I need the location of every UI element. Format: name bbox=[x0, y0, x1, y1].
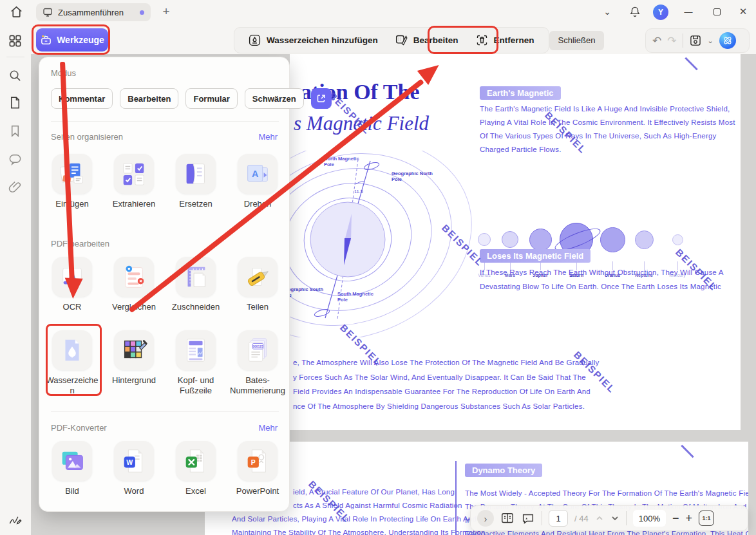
tab-label: Zusammenführen bbox=[58, 8, 135, 17]
tool-word[interactable]: W Word bbox=[103, 441, 165, 496]
tool-excel[interactable]: Excel bbox=[165, 441, 227, 496]
tab-modified-dot bbox=[140, 10, 144, 15]
svg-text:000123: 000123 bbox=[252, 344, 263, 348]
column-divider bbox=[455, 461, 457, 535]
tool-teilen[interactable]: Teilen bbox=[227, 257, 288, 312]
doc-text-line: y Forces Such As The Solar Wind, And Eve… bbox=[293, 373, 586, 381]
planet-circle bbox=[478, 233, 491, 246]
doc-text-line: The Earth's Magnetic Field Is Like A Hug… bbox=[480, 105, 730, 113]
main-toolbar: Werkzeuge Wasserzeichen hinzufügen Bearb… bbox=[0, 23, 756, 54]
tool-powerpoint[interactable]: P PowerPoint bbox=[227, 441, 288, 496]
undo-icon[interactable]: ↶ bbox=[652, 34, 661, 48]
maximize-button[interactable] bbox=[710, 5, 724, 18]
doc-text-line: Playing A Vital Role In The Cosmic Envir… bbox=[480, 118, 735, 126]
label-south-magnetic-pole: South Magnetic Pole bbox=[337, 291, 376, 303]
tool-kopf-fusszeile[interactable]: Kopf- und Fußzeile bbox=[165, 330, 227, 396]
doc-text-line: And Solar Particles, Playing A Vital Rol… bbox=[232, 515, 477, 523]
header-footer-icon bbox=[181, 335, 211, 365]
avatar[interactable]: Y bbox=[653, 5, 668, 20]
divider bbox=[6, 57, 24, 57]
page-number-input[interactable] bbox=[549, 510, 568, 527]
svg-text:A: A bbox=[252, 169, 258, 179]
powerpoint-convert-icon: P bbox=[243, 446, 272, 476]
divider bbox=[51, 411, 279, 412]
zoom-value: 100% bbox=[639, 514, 660, 523]
background-icon bbox=[119, 335, 149, 365]
actual-size-button[interactable]: 1:1 bbox=[699, 511, 714, 526]
section-badge: Loses Its Magnetic Field bbox=[480, 249, 591, 263]
section-badge: Earth's Magnetic bbox=[480, 86, 561, 100]
expand-toolbar-button[interactable]: › bbox=[477, 510, 494, 527]
maximize-icon bbox=[713, 8, 721, 15]
pdf-page-1: ation Of The s Magnetic Field North Magn… bbox=[290, 54, 741, 430]
compare-icon bbox=[119, 262, 149, 292]
tool-ersetzen[interactable]: Ersetzen bbox=[165, 154, 227, 209]
external-link-icon bbox=[316, 93, 326, 104]
mode-schwaerzen[interactable]: Schwärzen bbox=[245, 88, 304, 109]
zoom-level[interactable]: 100% bbox=[633, 510, 666, 527]
planet-circle bbox=[502, 231, 518, 248]
window-chevron-icon[interactable]: ⌄ bbox=[601, 6, 613, 17]
annotation-arrow-down-head bbox=[64, 277, 82, 299]
planet-circle bbox=[635, 230, 654, 249]
notifications-bell-icon[interactable] bbox=[628, 5, 641, 18]
extract-pages-icon bbox=[119, 159, 149, 189]
planet-circle bbox=[672, 234, 683, 245]
watermark-toolbar-group: Wasserzeichen hinzufügen Bearbeiten Entf… bbox=[234, 27, 549, 53]
save-chevron-icon[interactable]: ⌄ bbox=[708, 37, 713, 45]
word-convert-icon: W bbox=[119, 446, 149, 476]
ai-assistant-icon[interactable] bbox=[719, 32, 736, 49]
zoom-in-button[interactable]: + bbox=[685, 512, 692, 525]
image-convert-icon bbox=[57, 446, 87, 476]
tab-app-icon bbox=[43, 7, 53, 17]
open-in-new-window-button[interactable] bbox=[311, 88, 332, 109]
tool-zuschneiden[interactable]: Zuschneiden bbox=[165, 257, 227, 312]
more-link-organize[interactable]: Mehr bbox=[258, 132, 278, 142]
signature-icon[interactable] bbox=[8, 512, 23, 527]
close-button[interactable]: ✕ bbox=[735, 5, 751, 19]
tool-drehen[interactable]: A Drehen bbox=[227, 154, 288, 209]
tool-bates[interactable]: 000123 Bates-Nummerierung bbox=[227, 330, 288, 396]
doc-text-line: nce Of The Atmosphere By Shielding Dange… bbox=[293, 402, 585, 410]
label-geographic-north-pole: Geographic North Pole bbox=[392, 171, 438, 182]
tool-bild[interactable]: Bild bbox=[41, 441, 103, 496]
apps-grid-icon[interactable] bbox=[8, 33, 23, 48]
reading-mode-icon[interactable] bbox=[500, 511, 515, 525]
doc-text-line: Field Provides An Indispensable Guarante… bbox=[293, 388, 591, 395]
comments-icon[interactable] bbox=[8, 152, 23, 167]
mode-switcher: Kommentar Bearbeiten Formular Schwärzen bbox=[51, 88, 332, 109]
annotation-box-entfernen bbox=[428, 26, 498, 54]
divider bbox=[683, 33, 683, 48]
mode-bearbeiten[interactable]: Bearbeiten bbox=[120, 88, 178, 109]
attachment-icon[interactable] bbox=[8, 179, 23, 194]
tool-extrahieren[interactable]: Extrahieren bbox=[103, 154, 165, 209]
doc-text-line: cts As A Shield Against Harmful Cosmic R… bbox=[293, 502, 462, 509]
tool-hintergrund[interactable]: Hintergrund bbox=[103, 330, 165, 386]
next-page-button[interactable] bbox=[610, 514, 619, 523]
tool-einfuegen[interactable]: Einfügen bbox=[41, 154, 103, 209]
save-icon[interactable] bbox=[689, 34, 702, 47]
page-total-label: / 44 bbox=[574, 514, 589, 523]
add-watermark-button[interactable]: Wasserzeichen hinzufügen bbox=[240, 33, 386, 47]
document-tab[interactable]: Zusammenführen bbox=[36, 3, 151, 21]
page-thumbnails-icon[interactable] bbox=[8, 95, 23, 110]
divider bbox=[626, 511, 627, 525]
bookmark-icon[interactable] bbox=[8, 124, 23, 138]
page-navigation-toolbar: › / 44 100% − + 1:1 bbox=[470, 505, 748, 531]
new-tab-button[interactable]: + bbox=[158, 4, 174, 19]
history-save-group: ↶ ↷ ⌄ bbox=[645, 28, 750, 53]
home-icon[interactable] bbox=[9, 5, 24, 19]
mode-formular[interactable]: Formular bbox=[185, 88, 237, 109]
label-axis-angle: 11.5 bbox=[354, 189, 363, 194]
doc-text-line: If These Rays Reach The Earth Without Ob… bbox=[480, 268, 724, 276]
excel-convert-icon bbox=[181, 446, 211, 476]
search-icon[interactable] bbox=[8, 68, 23, 83]
minimize-button[interactable]: — bbox=[681, 5, 695, 18]
schliessen-button[interactable]: Schließen bbox=[549, 31, 605, 50]
zoom-out-button[interactable]: − bbox=[672, 512, 679, 525]
comment-tool-icon[interactable] bbox=[521, 511, 535, 525]
more-link-convert[interactable]: Mehr bbox=[258, 423, 278, 433]
redo-icon[interactable]: ↷ bbox=[667, 34, 676, 48]
previous-page-button[interactable] bbox=[595, 514, 604, 523]
mode-kommentar[interactable]: Kommentar bbox=[51, 88, 113, 109]
